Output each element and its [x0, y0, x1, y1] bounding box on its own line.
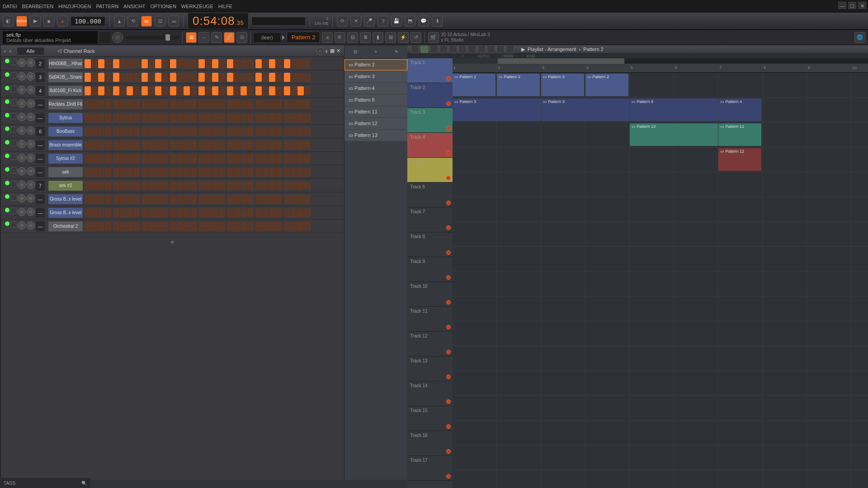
step-cell[interactable] — [155, 100, 161, 109]
track-record-icon[interactable] — [446, 449, 451, 454]
pattern-item[interactable]: ▭ Pattern 4 — [344, 83, 407, 94]
channel-name-button[interactable]: Hth006B_..Hihat — [48, 59, 83, 69]
step-cell[interactable] — [262, 168, 269, 177]
vol-knob[interactable] — [27, 113, 35, 121]
step-cell[interactable] — [276, 127, 282, 136]
step-cell[interactable] — [304, 127, 311, 136]
step-cell[interactable] — [105, 181, 111, 190]
step-cell[interactable] — [177, 73, 183, 82]
step-cell[interactable] — [133, 100, 140, 109]
plugin-picker-button[interactable]: ⊞ — [385, 32, 396, 43]
step-cell[interactable] — [241, 86, 247, 95]
step-cell[interactable] — [184, 86, 190, 95]
step-cell[interactable] — [91, 181, 98, 190]
step-cell[interactable] — [162, 195, 168, 204]
step-cell[interactable] — [262, 141, 269, 150]
mute-button[interactable] — [10, 127, 17, 133]
step-cell[interactable] — [105, 127, 111, 136]
step-cell[interactable] — [120, 86, 126, 95]
step-cell[interactable] — [170, 168, 176, 177]
step-cell[interactable] — [170, 181, 176, 190]
step-cell[interactable] — [262, 222, 269, 231]
step-cell[interactable] — [142, 127, 148, 136]
step-cell[interactable] — [198, 208, 205, 217]
track-record-icon[interactable] — [446, 101, 451, 106]
track-header[interactable]: Track 7 — [407, 207, 453, 232]
pattern-item[interactable]: ▭ Pattern 11 — [344, 106, 407, 117]
step-cell[interactable] — [219, 168, 225, 177]
step-cell[interactable] — [212, 195, 218, 204]
step-cell[interactable] — [85, 195, 91, 204]
step-cell[interactable] — [262, 100, 269, 109]
step-cell[interactable] — [227, 73, 233, 82]
pattern-add-icon[interactable]: + — [375, 49, 377, 54]
step-cell[interactable] — [120, 168, 126, 177]
step-cell[interactable] — [120, 59, 126, 68]
step-cell[interactable] — [120, 127, 126, 136]
step-cell[interactable] — [304, 168, 311, 177]
playlist-track-lane[interactable] — [453, 172, 868, 197]
vol-knob[interactable] — [27, 59, 35, 67]
step-cell[interactable] — [148, 195, 155, 204]
step-cell[interactable] — [177, 208, 183, 217]
step-cell[interactable] — [133, 73, 140, 82]
record-button[interactable]: ● — [57, 16, 68, 27]
step-cell[interactable] — [91, 127, 98, 136]
step-cell[interactable] — [170, 113, 176, 122]
step-cell[interactable] — [127, 86, 133, 95]
step-cell[interactable] — [170, 141, 176, 150]
track-record-icon[interactable] — [446, 424, 451, 429]
step-cell[interactable] — [269, 86, 275, 95]
channel-led[interactable] — [5, 127, 9, 131]
step-cell[interactable] — [91, 208, 98, 217]
step-cell[interactable] — [85, 113, 91, 122]
step-cell[interactable] — [162, 127, 168, 136]
step-cell[interactable] — [255, 59, 262, 68]
step-cell[interactable] — [247, 141, 254, 150]
timeline-marker[interactable]: 9 — [807, 64, 851, 72]
step-cell[interactable] — [234, 113, 240, 122]
step-cell[interactable] — [262, 86, 269, 95]
step-cell[interactable] — [105, 195, 111, 204]
step-cell[interactable] — [142, 59, 148, 68]
channel-led[interactable] — [5, 208, 9, 212]
playlist-track-lane[interactable] — [453, 421, 868, 446]
step-cell[interactable] — [155, 168, 161, 177]
loop-record-icon[interactable]: ⊡ — [155, 16, 165, 27]
step-cell[interactable] — [219, 222, 225, 231]
step-cell[interactable] — [247, 154, 254, 163]
playlist-arrangement[interactable]: Pattern 2 — [583, 47, 604, 52]
step-cell[interactable] — [227, 100, 233, 109]
step-cell[interactable] — [304, 195, 311, 204]
step-cell[interactable] — [227, 86, 233, 95]
step-cell[interactable] — [219, 73, 225, 82]
step-cell[interactable] — [190, 195, 197, 204]
step-cell[interactable] — [155, 59, 161, 68]
pl-auto-tab[interactable]: AUTO — [477, 54, 489, 58]
step-cell[interactable] — [241, 113, 247, 122]
step-cell[interactable] — [148, 141, 155, 150]
playlist-clip[interactable]: ▭ Pattern 2 — [453, 74, 495, 96]
stop-button[interactable]: ■ — [43, 16, 54, 27]
pl-lock-icon[interactable] — [449, 45, 457, 53]
step-cell[interactable] — [120, 154, 126, 163]
timeline-marker[interactable]: 4 — [585, 64, 630, 72]
channel-name-button[interactable]: Sd041B_..Snare — [48, 72, 83, 82]
step-cell[interactable] — [127, 113, 133, 122]
midi-remote-icon[interactable]: ⊙ — [236, 32, 247, 43]
step-cell[interactable] — [234, 73, 240, 82]
step-cell[interactable] — [291, 195, 297, 204]
step-cell[interactable] — [227, 195, 233, 204]
vol-knob[interactable] — [27, 181, 35, 189]
track-header[interactable]: Track 4 — [407, 133, 453, 158]
mute-button[interactable] — [10, 72, 17, 79]
step-cell[interactable] — [184, 154, 190, 163]
step-cell[interactable] — [212, 181, 218, 190]
track-header[interactable]: Track 6 — [407, 183, 453, 207]
step-cell[interactable] — [234, 154, 240, 163]
step-cell[interactable] — [190, 154, 197, 163]
pan-knob[interactable] — [18, 99, 26, 108]
step-cell[interactable] — [198, 222, 205, 231]
step-edit-button[interactable]: → — [198, 32, 209, 43]
step-cell[interactable] — [219, 141, 225, 150]
